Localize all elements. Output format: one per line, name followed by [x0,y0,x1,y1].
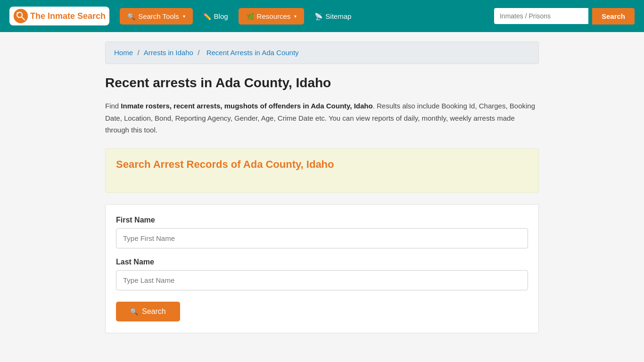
last-name-label: Last Name [116,258,528,266]
site-header: The Inmate Search Search Tools ▾ Blog Re… [0,0,644,32]
logo-icon [13,8,28,24]
search-tools-button[interactable]: Search Tools ▾ [120,8,192,25]
last-name-group: Last Name [116,258,528,290]
breadcrumb: Home / Arrests in Idaho / Recent Arrests… [114,49,530,57]
logo-link[interactable]: The Inmate Search [9,7,109,25]
resources-button[interactable]: Resources ▾ [239,8,305,25]
logo-inmate: Inmate [48,11,75,21]
header-search-button[interactable]: Search [592,8,635,25]
sitemap-icon [314,12,322,20]
breadcrumb-current: Recent Arrests in Ada County [206,49,299,57]
logo-box: The Inmate Search [9,7,109,25]
sitemap-button[interactable]: Sitemap [310,8,356,25]
form-search-icon [130,307,138,316]
svg-point-3 [17,12,19,14]
logo-search-text: Search [77,11,106,21]
sitemap-label: Sitemap [325,12,351,20]
main-content: Home / Arrests in Idaho / Recent Arrests… [96,32,548,343]
form-container: First Name Last Name Search [105,204,539,333]
search-tools-icon [127,12,135,20]
header-search-input[interactable] [494,8,588,24]
description-intro: Find [105,102,121,110]
first-name-group: First Name [116,216,528,248]
form-search-label: Search [142,307,166,316]
resources-label: Resources [257,12,291,20]
first-name-input[interactable] [116,228,528,248]
breadcrumb-home[interactable]: Home [114,49,133,57]
page-description: Find Inmate rosters, recent arrests, mug… [105,100,539,136]
resources-icon [246,12,254,20]
svg-point-0 [14,9,28,23]
resources-caret: ▾ [294,14,297,19]
blog-button[interactable]: Blog [198,8,233,25]
logo-the: The [30,11,45,21]
search-tools-caret: ▾ [183,14,185,19]
breadcrumb-arrests-idaho[interactable]: Arrests in Idaho [144,49,193,57]
breadcrumb-sep-2: / [198,49,201,57]
last-name-input[interactable] [116,270,528,290]
blog-icon [203,12,211,20]
blog-label: Blog [214,12,228,20]
header-search-area: Search [494,8,635,25]
search-section: Search Arrest Records of Ada County, Ida… [105,148,539,193]
description-bold: Inmate rosters, recent arrests, mugshots… [121,102,372,110]
form-search-button[interactable]: Search [116,302,180,321]
breadcrumb-sep-1: / [137,49,141,57]
breadcrumb-container: Home / Arrests in Idaho / Recent Arrests… [105,41,539,64]
page-title: Recent arrests in Ada County, Idaho [105,75,539,90]
header-search-label: Search [602,12,625,20]
first-name-label: First Name [116,216,528,224]
search-tools-label: Search Tools [138,12,179,20]
search-section-title: Search Arrest Records of Ada County, Ida… [116,158,528,171]
